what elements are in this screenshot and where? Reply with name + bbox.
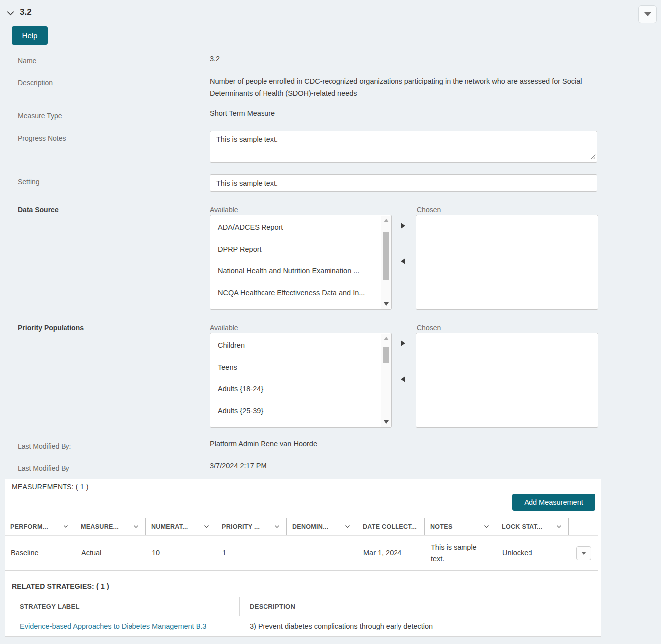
- scrollbar[interactable]: [381, 334, 391, 427]
- scroll-up-icon[interactable]: [384, 219, 389, 222]
- last-modified-date-value: 3/7/2024 2:17 PM: [210, 462, 266, 470]
- list-option[interactable]: National Health and Nutrition Examinatio…: [210, 260, 391, 282]
- progress-notes-label: Progress Notes: [18, 134, 66, 142]
- chevron-down-icon[interactable]: [203, 523, 210, 530]
- last-modified-date-label: Last Modified By: [18, 464, 69, 472]
- list-option[interactable]: Teens: [210, 356, 391, 378]
- column-header-numerator[interactable]: NUMERAT...: [146, 518, 216, 535]
- row-actions-cell: [569, 536, 598, 570]
- resize-handle-icon[interactable]: [591, 152, 596, 161]
- chevron-down-icon[interactable]: [133, 523, 139, 530]
- numerator-cell: 10: [146, 536, 216, 570]
- notes-cell: This is sample text.: [425, 536, 496, 570]
- setting-label: Setting: [18, 178, 40, 186]
- data-source-available-label: Available: [210, 206, 238, 214]
- priority-populations-available-listbox[interactable]: Children Teens Adults {18-24} Adults {25…: [210, 333, 392, 428]
- scrollbar[interactable]: [381, 216, 391, 309]
- column-header-actions: [569, 518, 598, 535]
- lock-status-cell: Unlocked: [496, 536, 569, 570]
- column-header-measure[interactable]: MEASURE...: [75, 518, 146, 535]
- data-source-available-listbox[interactable]: ADA/ADCES Report DPRP Report National He…: [210, 215, 392, 310]
- scrollbar-thumb[interactable]: [383, 232, 389, 280]
- denominator-cell: [287, 536, 357, 570]
- strategy-link[interactable]: Evidence-based Approaches to Diabetes Ma…: [20, 622, 206, 630]
- column-header-performance[interactable]: PERFORM...: [5, 518, 75, 535]
- priority-cell: 1: [216, 536, 287, 570]
- progress-notes-field: This is sample text.: [210, 131, 597, 163]
- list-option[interactable]: Adults {25-39}: [210, 400, 391, 422]
- measurement-row: Baseline Actual 10 1 Mar 1, 2024 This is…: [5, 536, 598, 571]
- measure-type-value: Short Term Measure: [210, 109, 275, 117]
- measurements-section-title: MEASUREMENTS: ( 1 ): [12, 483, 89, 491]
- list-option[interactable]: Children: [210, 334, 391, 356]
- performance-cell: Baseline: [5, 536, 75, 570]
- list-option[interactable]: ADA/ADCES Report: [210, 216, 391, 238]
- data-source-chosen-label: Chosen: [417, 206, 441, 214]
- related-strategies-table-header: STRATEGY LABEL DESCRIPTION: [5, 597, 601, 616]
- row-actions-button[interactable]: [576, 546, 591, 560]
- strategy-description-cell: 3) Prevent diabetes complications throug…: [240, 622, 601, 630]
- date-collected-cell: Mar 1, 2024: [357, 536, 425, 570]
- related-strategy-row: Evidence-based Approaches to Diabetes Ma…: [5, 616, 601, 637]
- data-source-label: Data Source: [18, 206, 59, 214]
- progress-notes-textarea[interactable]: This is sample text.: [210, 131, 597, 163]
- add-measurement-button[interactable]: Add Measurement: [512, 494, 595, 511]
- list-option[interactable]: NCQA Healthcare Effectiveness Data and I…: [210, 282, 391, 304]
- measure-cell: Actual: [75, 536, 146, 570]
- scroll-down-icon[interactable]: [384, 420, 389, 424]
- measurements-table-header: PERFORM... MEASURE... NUMERAT... PRIORIT…: [5, 518, 598, 536]
- related-strategies-section-title: RELATED STRATEGIES: ( 1 ): [12, 582, 109, 590]
- column-header-denominator[interactable]: DENOMIN...: [287, 518, 357, 535]
- caret-down-icon: [581, 552, 586, 555]
- column-header-lock-status[interactable]: LOCK STAT...: [496, 518, 569, 535]
- collapse-section-icon[interactable]: [6, 9, 15, 20]
- column-header-description: DESCRIPTION: [240, 597, 601, 616]
- chevron-down-icon[interactable]: [344, 523, 351, 530]
- help-button[interactable]: Help: [12, 26, 48, 45]
- strategy-label-cell: Evidence-based Approaches to Diabetes Ma…: [5, 622, 240, 631]
- name-label: Name: [18, 57, 36, 64]
- section-menu-button[interactable]: [638, 5, 657, 23]
- last-modified-by-label: Last Modified By:: [18, 442, 71, 450]
- measure-type-label: Measure Type: [18, 112, 62, 120]
- chevron-down-icon[interactable]: [274, 523, 280, 530]
- column-header-notes[interactable]: NOTES: [425, 518, 496, 535]
- priority-populations-label: Priority Populations: [18, 324, 84, 332]
- list-option[interactable]: DPRP Report: [210, 238, 391, 260]
- scrollbar-thumb[interactable]: [383, 347, 389, 363]
- chevron-down-icon[interactable]: [63, 523, 69, 530]
- scroll-up-icon[interactable]: [384, 337, 389, 340]
- column-header-date-collected[interactable]: DATE COLLECT...: [357, 518, 425, 535]
- description-value: Number of people enrolled in CDC-recogni…: [210, 75, 602, 99]
- chevron-down-icon[interactable]: [483, 523, 490, 530]
- move-right-icon[interactable]: [401, 340, 405, 346]
- caret-down-icon: [644, 12, 651, 16]
- data-source-chosen-listbox[interactable]: [416, 215, 598, 310]
- column-header-priority[interactable]: PRIORITY ...: [216, 518, 287, 535]
- move-left-icon[interactable]: [401, 376, 405, 382]
- move-left-icon[interactable]: [401, 258, 405, 264]
- description-label: Description: [18, 79, 53, 87]
- column-header-strategy-label: STRATEGY LABEL: [5, 597, 240, 616]
- priority-populations-chosen-listbox[interactable]: [416, 333, 598, 428]
- name-value: 3.2: [210, 55, 220, 63]
- last-modified-by-value: Platform Admin Rene van Hoorde: [210, 440, 317, 448]
- page-title: 3.2: [20, 7, 32, 17]
- priority-populations-available-label: Available: [210, 324, 238, 332]
- measurements-panel: MEASUREMENTS: ( 1 ) Add Measurement PERF…: [5, 479, 601, 637]
- chevron-down-icon[interactable]: [556, 523, 562, 530]
- list-option[interactable]: Adults {18-24}: [210, 378, 391, 400]
- scroll-down-icon[interactable]: [384, 302, 389, 306]
- move-right-icon[interactable]: [401, 223, 405, 229]
- priority-populations-chosen-label: Chosen: [417, 324, 441, 332]
- setting-input[interactable]: [210, 174, 597, 192]
